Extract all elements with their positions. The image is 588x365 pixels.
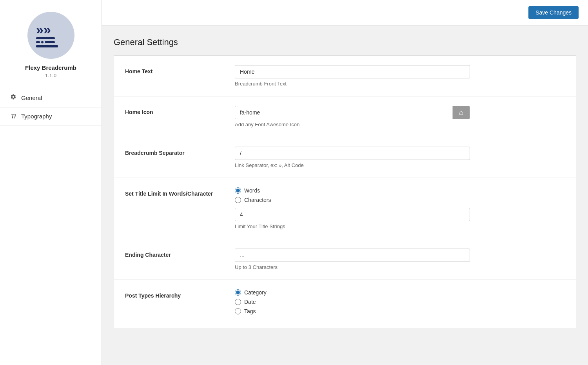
sidebar-item-general-label: General [21,94,42,101]
breadcrumb-separator-label: Breadcrumb Separator [125,147,235,156]
save-changes-button[interactable]: Save Changes [528,6,579,19]
home-icon-label: Home Icon [125,106,235,115]
app-wrapper: »» Flexy Breadcrumb 1.1.0 General [0,0,588,365]
home-icon-row: Home Icon ⌂ Add any Font Awesome Icon [114,96,576,137]
plugin-name: Flexy Breadcrumb [25,64,76,71]
breadcrumb-separator-input[interactable] [235,147,470,160]
date-label: Date [244,299,256,305]
words-radio[interactable] [235,187,241,194]
plugin-version: 1.1.0 [45,73,56,78]
date-radio[interactable] [235,299,241,305]
breadcrumb-separator-hint: Link Separator, ex: », Alt Code [235,162,565,168]
svg-point-3 [41,41,44,44]
sidebar-item-typography-label: Typography [21,113,52,120]
title-limit-hint: Limit Your Title Strings [235,223,565,229]
home-text-input[interactable] [235,65,470,78]
ending-character-label: Ending Character [125,249,235,258]
top-bar: Save Changes [102,0,588,25]
home-icon-content: ⌂ Add any Font Awesome Icon [235,106,565,127]
home-text-content: Breadcrumb Front Text [235,65,565,87]
characters-label: Characters [244,197,271,203]
home-text-label: Home Text [125,65,235,74]
settings-body: General Settings Home Text Breadcrumb Fr… [102,25,588,365]
ending-character-content: Up to 3 Characters [235,249,565,270]
home-icon-input[interactable] [235,106,453,119]
ending-character-input[interactable] [235,249,470,262]
post-types-hierarchy-content: Category Date Tags [235,289,565,319]
settings-panel: Home Text Breadcrumb Front Text Home Ico… [114,55,576,329]
post-types-hierarchy-row: Post Types Hierarchy Category Date [114,280,576,329]
svg-rect-2 [36,41,40,43]
title-limit-number-input[interactable] [235,208,470,221]
svg-rect-1 [36,37,55,39]
home-text-hint: Breadcrumb Front Text [235,81,565,87]
category-label: Category [244,289,267,296]
icon-input-wrapper: ⌂ [235,106,470,119]
gear-icon [9,94,17,102]
post-types-radio-group: Category Date Tags [235,289,565,314]
svg-text:»»: »» [36,22,51,37]
category-radio[interactable] [235,289,241,296]
tags-radio-label[interactable]: Tags [235,308,565,314]
post-types-hierarchy-label: Post Types Hierarchy [125,289,235,299]
category-radio-label[interactable]: Category [235,289,565,296]
ending-character-row: Ending Character Up to 3 Characters [114,239,576,280]
title-limit-label: Set Title Limit In Words/Character [125,187,235,197]
sidebar-nav: General Ti Typography [0,88,102,125]
sidebar-item-typography[interactable]: Ti Typography [0,107,102,125]
svg-rect-5 [36,45,58,47]
settings-title: General Settings [114,37,576,47]
title-limit-radio-group: Words Characters [235,187,565,203]
date-radio-label[interactable]: Date [235,299,565,305]
characters-radio-label[interactable]: Characters [235,197,565,203]
home-icon-preview[interactable]: ⌂ [453,106,470,119]
logo-svg: »» [31,18,71,53]
sidebar-item-general[interactable]: General [0,88,102,107]
breadcrumb-separator-row: Breadcrumb Separator Link Separator, ex:… [114,137,576,178]
plugin-logo: »» [27,12,74,59]
svg-rect-4 [45,41,55,43]
breadcrumb-separator-content: Link Separator, ex: », Alt Code [235,147,565,168]
main-content: Save Changes General Settings Home Text … [102,0,588,365]
tags-label: Tags [244,308,256,314]
home-icon-hint: Add any Font Awesome Icon [235,122,565,127]
characters-radio[interactable] [235,197,241,203]
words-label: Words [244,187,260,194]
typography-icon: Ti [9,113,17,120]
ending-character-hint: Up to 3 Characters [235,264,565,270]
sidebar: »» Flexy Breadcrumb 1.1.0 General [0,0,102,365]
title-limit-content: Words Characters Limit Your Title String… [235,187,565,229]
title-limit-row: Set Title Limit In Words/Character Words… [114,178,576,239]
home-text-row: Home Text Breadcrumb Front Text [114,56,576,96]
words-radio-label[interactable]: Words [235,187,565,194]
tags-radio[interactable] [235,308,241,314]
